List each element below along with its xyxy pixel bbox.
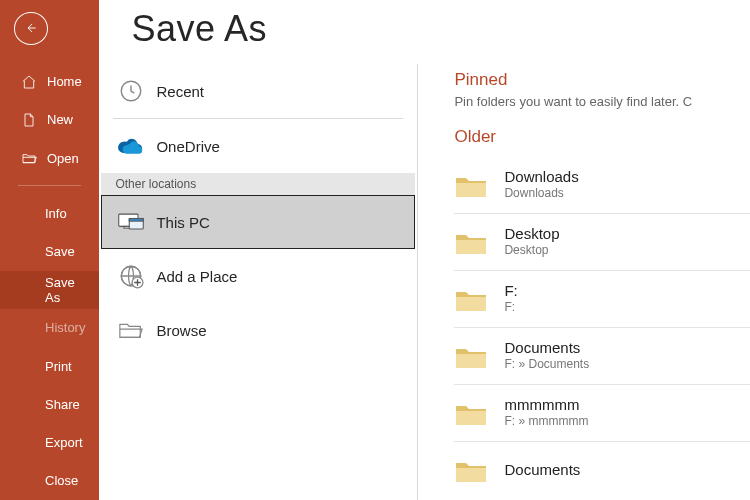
folder-icon [454, 171, 488, 199]
main-panel: Save As Recent OneDrive Other loc [99, 0, 750, 500]
folder-item[interactable]: F: F: [454, 271, 750, 327]
folder-name: Downloads [504, 168, 578, 186]
sidebar-item-share[interactable]: Share [0, 385, 99, 423]
folder-icon [454, 228, 488, 256]
location-add-place[interactable]: Add a Place [101, 249, 415, 303]
folder-icon [454, 456, 488, 484]
folder-item[interactable]: Documents [454, 442, 750, 498]
location-label: OneDrive [156, 138, 219, 155]
page-title: Save As [99, 0, 750, 64]
folder-item[interactable]: Desktop Desktop [454, 214, 750, 270]
location-recent[interactable]: Recent [101, 64, 415, 118]
add-place-icon [116, 262, 146, 290]
sidebar-item-label: Save As [45, 275, 85, 305]
sidebar-item-save[interactable]: Save [0, 232, 99, 270]
sidebar-item-label: Close [45, 473, 78, 488]
folder-name: F: [504, 282, 517, 300]
sidebar-item-label: Save [45, 244, 75, 259]
folder-path: Downloads [504, 186, 578, 202]
folder-text: F: F: [504, 282, 517, 316]
backstage-view: Home New Open Info Save Save As History … [0, 0, 750, 500]
location-label: Browse [156, 322, 206, 339]
folders-panel: Pinned Pin folders you want to easily fi… [418, 64, 750, 500]
svg-rect-4 [130, 219, 144, 222]
open-icon [21, 150, 37, 166]
folder-name: mmmmmm [504, 396, 588, 414]
locations-group-header: Other locations [101, 173, 415, 195]
browse-icon [116, 316, 146, 344]
location-label: This PC [156, 214, 209, 231]
folder-path: F: » mmmmmm [504, 414, 588, 430]
folder-text: Desktop Desktop [504, 225, 559, 259]
sidebar-item-open[interactable]: Open [0, 139, 99, 177]
sidebar-item-new[interactable]: New [0, 101, 99, 139]
folder-name: Documents [504, 339, 589, 357]
clock-icon [116, 77, 146, 105]
location-onedrive[interactable]: OneDrive [101, 119, 415, 173]
sidebar-item-label: Export [45, 435, 83, 450]
sidebar-divider [18, 185, 81, 186]
folder-text: Downloads Downloads [504, 168, 578, 202]
folder-name: Desktop [504, 225, 559, 243]
locations-panel: Recent OneDrive Other locations This PC [99, 64, 417, 500]
sidebar-item-save-as[interactable]: Save As [0, 271, 99, 309]
pinned-section-subtitle: Pin folders you want to easily find late… [454, 94, 750, 109]
folder-name: Documents [504, 461, 580, 479]
sidebar-item-close[interactable]: Close [0, 462, 99, 500]
sidebar-item-export[interactable]: Export [0, 424, 99, 462]
folder-icon [454, 342, 488, 370]
folder-item[interactable]: Downloads Downloads [454, 157, 750, 213]
sidebar-item-label: Open [47, 151, 79, 166]
content-area: Recent OneDrive Other locations This PC [99, 64, 750, 500]
older-section-title: Older [454, 127, 750, 147]
sidebar-item-print[interactable]: Print [0, 347, 99, 385]
sidebar-item-label: Info [45, 206, 67, 221]
folder-icon [454, 399, 488, 427]
folder-item[interactable]: Documents F: » Documents [454, 328, 750, 384]
sidebar-item-label: Print [45, 359, 72, 374]
folder-path: F: » Documents [504, 357, 589, 373]
pinned-section-title: Pinned [454, 70, 750, 90]
sidebar: Home New Open Info Save Save As History … [0, 0, 99, 500]
sidebar-item-label: Share [45, 397, 80, 412]
location-label: Add a Place [156, 268, 237, 285]
folder-text: Documents [504, 461, 580, 479]
folder-item[interactable]: mmmmmm F: » mmmmmm [454, 385, 750, 441]
location-this-pc[interactable]: This PC [101, 195, 415, 249]
sidebar-item-home[interactable]: Home [0, 63, 99, 101]
computer-icon [116, 208, 146, 236]
sidebar-item-history[interactable]: History [0, 309, 99, 347]
folder-path: F: [504, 300, 517, 316]
sidebar-item-info[interactable]: Info [0, 194, 99, 232]
folder-text: mmmmmm F: » mmmmmm [504, 396, 588, 430]
back-button[interactable] [14, 12, 48, 45]
sidebar-item-label: History [45, 320, 85, 335]
location-label: Recent [156, 83, 204, 100]
location-browse[interactable]: Browse [101, 303, 415, 357]
folder-path: Desktop [504, 243, 559, 259]
onedrive-icon [116, 132, 146, 160]
folder-icon [454, 285, 488, 313]
new-icon [21, 112, 37, 128]
sidebar-item-label: New [47, 112, 73, 127]
back-arrow-icon [24, 21, 38, 35]
home-icon [21, 74, 37, 90]
folder-text: Documents F: » Documents [504, 339, 589, 373]
sidebar-item-label: Home [47, 74, 82, 89]
